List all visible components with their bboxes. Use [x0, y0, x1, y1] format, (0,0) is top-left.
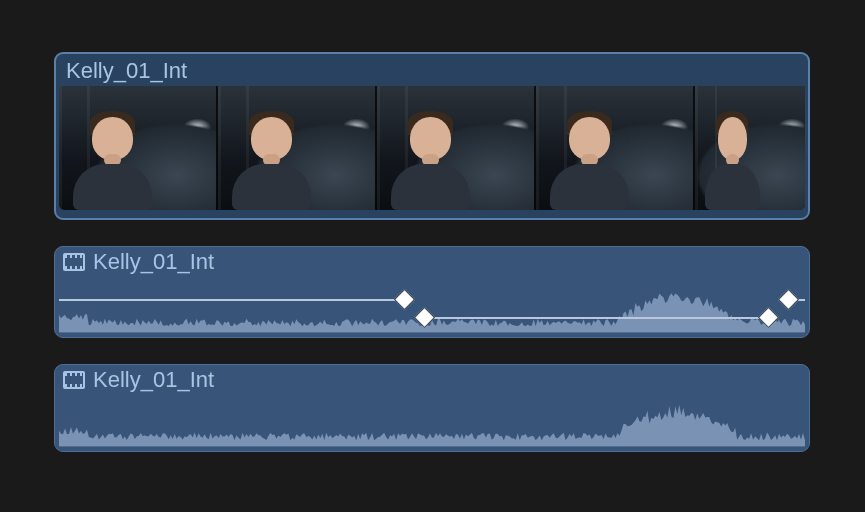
audio-clip-1-title: Kelly_01_Int	[93, 251, 214, 273]
video-filmstrip[interactable]	[59, 86, 805, 210]
video-clip-title: Kelly_01_Int	[56, 54, 808, 86]
thumbnail-frame	[59, 86, 218, 210]
film-icon	[63, 253, 85, 271]
thumbnail-frame	[536, 86, 695, 210]
thumbnail-frame	[218, 86, 377, 210]
audio-waveform[interactable]	[59, 281, 805, 333]
volume-line[interactable]	[59, 299, 404, 301]
audio-clip-2-title: Kelly_01_Int	[93, 369, 214, 391]
audio-clip-2[interactable]: Kelly_01_Int	[54, 364, 810, 452]
video-clip[interactable]: Kelly_01_Int	[54, 52, 810, 220]
thumbnail-frame	[377, 86, 536, 210]
thumbnail-frame	[695, 86, 805, 210]
film-icon	[63, 371, 85, 389]
audio-waveform[interactable]	[59, 397, 805, 447]
volume-line-ducked[interactable]	[424, 317, 768, 319]
audio-clip-1[interactable]: Kelly_01_Int	[54, 246, 810, 338]
